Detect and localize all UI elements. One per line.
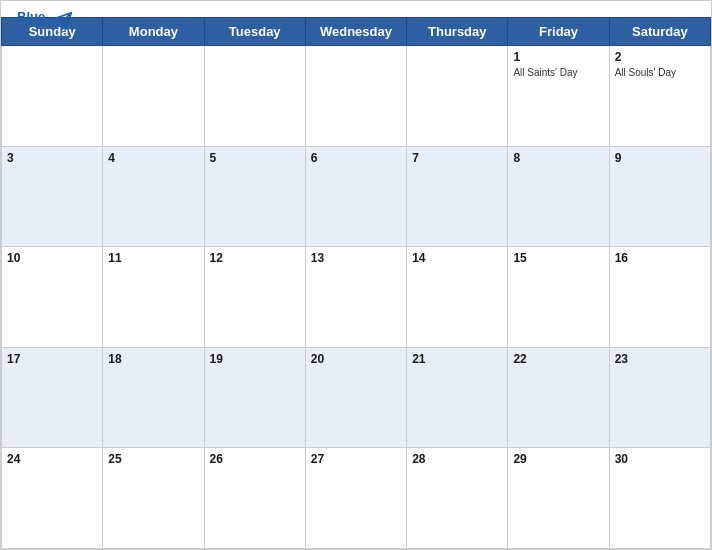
weekday-header-tuesday: Tuesday: [204, 18, 305, 46]
calendar-cell: 16: [609, 247, 710, 348]
day-number: 17: [7, 352, 97, 366]
day-number: 18: [108, 352, 198, 366]
day-number: 25: [108, 452, 198, 466]
day-number: 16: [615, 251, 705, 265]
day-number: 4: [108, 151, 198, 165]
calendar-week-row: 24252627282930: [2, 448, 711, 549]
day-number: 13: [311, 251, 401, 265]
calendar-cell: 11: [103, 247, 204, 348]
day-number: 29: [513, 452, 603, 466]
weekday-header-saturday: Saturday: [609, 18, 710, 46]
calendar-wrapper: Blue SundayMondayTuesdayWednesdayThursda…: [0, 0, 712, 550]
day-number: 23: [615, 352, 705, 366]
day-number: 11: [108, 251, 198, 265]
calendar-cell: 25: [103, 448, 204, 549]
calendar-cell: 23: [609, 347, 710, 448]
calendar-cell: [103, 46, 204, 147]
calendar-cell: 28: [407, 448, 508, 549]
calendar-cell: 22: [508, 347, 609, 448]
day-number: 22: [513, 352, 603, 366]
calendar-cell: 15: [508, 247, 609, 348]
calendar-cell: 18: [103, 347, 204, 448]
calendar-cell: 10: [2, 247, 103, 348]
calendar-week-row: 3456789: [2, 146, 711, 247]
calendar-cell: 8: [508, 146, 609, 247]
day-number: 24: [7, 452, 97, 466]
calendar-cell: [305, 46, 406, 147]
day-number: 2: [615, 50, 705, 64]
calendar-cell: 29: [508, 448, 609, 549]
calendar-cell: 4: [103, 146, 204, 247]
day-number: 21: [412, 352, 502, 366]
calendar-header: Blue: [1, 1, 711, 17]
weekday-header-thursday: Thursday: [407, 18, 508, 46]
calendar-cell: [2, 46, 103, 147]
day-number: 6: [311, 151, 401, 165]
calendar-cell: 20: [305, 347, 406, 448]
calendar-cell: 9: [609, 146, 710, 247]
calendar-cell: 3: [2, 146, 103, 247]
day-number: 27: [311, 452, 401, 466]
calendar-cell: 6: [305, 146, 406, 247]
calendar-cell: [204, 46, 305, 147]
calendar-cell: 19: [204, 347, 305, 448]
bird-icon: [53, 11, 73, 31]
day-number: 12: [210, 251, 300, 265]
day-number: 28: [412, 452, 502, 466]
day-number: 19: [210, 352, 300, 366]
weekday-header-friday: Friday: [508, 18, 609, 46]
day-number: 1: [513, 50, 603, 64]
calendar-cell: 12: [204, 247, 305, 348]
calendar-cell: 13: [305, 247, 406, 348]
logo: Blue: [17, 9, 45, 25]
day-number: 7: [412, 151, 502, 165]
calendar-cell: 1All Saints' Day: [508, 46, 609, 147]
calendar-week-row: 1All Saints' Day2All Souls' Day: [2, 46, 711, 147]
calendar-cell: 24: [2, 448, 103, 549]
weekday-header-row: SundayMondayTuesdayWednesdayThursdayFrid…: [2, 18, 711, 46]
calendar-cell: 7: [407, 146, 508, 247]
weekday-header-wednesday: Wednesday: [305, 18, 406, 46]
calendar-cell: 2All Souls' Day: [609, 46, 710, 147]
day-number: 9: [615, 151, 705, 165]
day-number: 20: [311, 352, 401, 366]
calendar-cell: 27: [305, 448, 406, 549]
day-number: 8: [513, 151, 603, 165]
day-number: 26: [210, 452, 300, 466]
holiday-label: All Souls' Day: [615, 66, 705, 79]
day-number: 30: [615, 452, 705, 466]
calendar-cell: 26: [204, 448, 305, 549]
calendar-cell: 17: [2, 347, 103, 448]
day-number: 10: [7, 251, 97, 265]
calendar-table: SundayMondayTuesdayWednesdayThursdayFrid…: [1, 17, 711, 549]
calendar-cell: 30: [609, 448, 710, 549]
holiday-label: All Saints' Day: [513, 66, 603, 79]
calendar-week-row: 10111213141516: [2, 247, 711, 348]
day-number: 14: [412, 251, 502, 265]
calendar-cell: 14: [407, 247, 508, 348]
calendar-cell: [407, 46, 508, 147]
day-number: 3: [7, 151, 97, 165]
calendar-week-row: 17181920212223: [2, 347, 711, 448]
logo-blue-text: Blue: [17, 9, 45, 25]
weekday-header-monday: Monday: [103, 18, 204, 46]
calendar-cell: 21: [407, 347, 508, 448]
calendar-cell: 5: [204, 146, 305, 247]
day-number: 15: [513, 251, 603, 265]
day-number: 5: [210, 151, 300, 165]
